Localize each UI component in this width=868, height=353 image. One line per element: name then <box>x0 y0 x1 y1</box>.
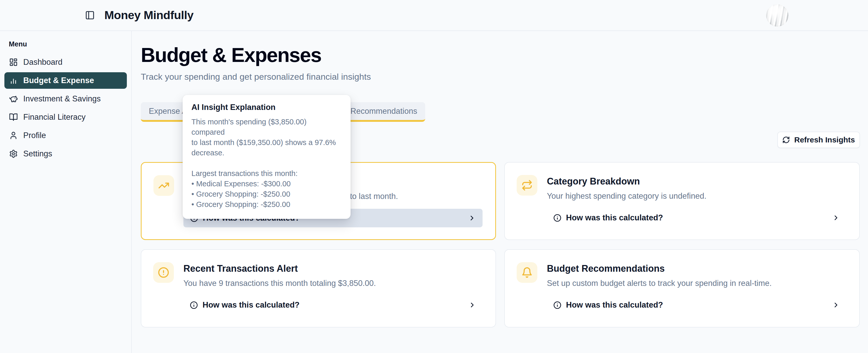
sidebar-item-budget-expense[interactable]: Budget & Expense <box>4 72 127 89</box>
sidebar-toggle-button[interactable] <box>84 9 96 21</box>
trending-up-icon <box>153 175 174 196</box>
repeat-icon <box>517 175 537 196</box>
sidebar: Menu Dashboard Budget & Expense Investme… <box>0 31 132 353</box>
sidebar-item-label: Budget & Expense <box>23 76 94 85</box>
how-calculated-button[interactable]: How was this calculated? <box>547 209 846 227</box>
chevron-right-icon <box>468 214 476 222</box>
gear-icon <box>9 149 18 158</box>
sidebar-item-label: Dashboard <box>23 58 63 67</box>
refresh-insights-button[interactable]: Refresh Insights <box>777 132 860 148</box>
popover-paragraph: Largest transactions this month: • Medic… <box>191 168 342 210</box>
popover-title: AI Insight Explanation <box>191 103 342 112</box>
sidebar-item-label: Settings <box>23 149 52 158</box>
piggy-bank-icon <box>9 94 18 103</box>
info-icon <box>553 301 561 309</box>
how-calculated-button[interactable]: How was this calculated? <box>183 296 483 314</box>
info-icon <box>553 214 561 222</box>
card-title: Budget Recommendations <box>547 263 665 274</box>
refresh-icon <box>782 136 790 144</box>
card-category-breakdown: Category Breakdown Your highest spending… <box>504 162 860 240</box>
app-title: Money Mindfully <box>104 8 193 22</box>
sidebar-item-label: Profile <box>23 131 46 140</box>
how-calculated-button[interactable]: How was this calculated? <box>547 296 846 314</box>
bar-chart-icon <box>9 76 18 85</box>
avatar[interactable] <box>766 4 788 27</box>
card-subtitle: Your highest spending category is undefi… <box>547 191 707 201</box>
card-subtitle: You have 9 transactions this month total… <box>183 279 376 288</box>
user-icon <box>9 131 18 140</box>
card-title: Category Breakdown <box>547 176 640 187</box>
chevron-right-icon <box>832 214 840 222</box>
sidebar-item-settings[interactable]: Settings <box>4 145 127 162</box>
dashboard-icon <box>9 58 18 67</box>
how-calculated-label: How was this calculated? <box>566 213 663 222</box>
sidebar-item-dashboard[interactable]: Dashboard <box>4 54 127 70</box>
page-subtitle: Track your spending and get personalized… <box>141 72 371 82</box>
sidebar-item-label: Investment & Savings <box>23 94 101 103</box>
refresh-insights-label: Refresh Insights <box>794 136 855 144</box>
chevron-right-icon <box>468 301 476 309</box>
how-calculated-label: How was this calculated? <box>203 301 300 310</box>
popover-paragraph: This month's spending ($3,850.00) compar… <box>191 117 342 158</box>
book-open-icon <box>9 112 18 122</box>
card-title: Recent Transactions Alert <box>183 263 298 274</box>
sidebar-item-financial-literacy[interactable]: Financial Literacy <box>4 109 127 126</box>
card-recent-transactions-alert: Recent Transactions Alert You have 9 tra… <box>141 249 496 327</box>
chevron-right-icon <box>832 301 840 309</box>
sidebar-item-label: Financial Literacy <box>23 112 86 122</box>
sidebar-nav: Dashboard Budget & Expense Investment & … <box>0 54 131 162</box>
panel-left-icon <box>85 10 95 20</box>
sidebar-item-profile[interactable]: Profile <box>4 127 127 144</box>
bell-icon <box>517 262 537 283</box>
card-budget-recommendations: Budget Recommendations Set up custom bud… <box>504 249 860 327</box>
menu-label: Menu <box>9 40 131 48</box>
how-calculated-label: How was this calculated? <box>566 301 663 310</box>
alert-circle-icon <box>153 262 174 283</box>
card-subtitle: Set up custom budget alerts to track you… <box>547 279 772 288</box>
info-icon <box>190 301 198 309</box>
sidebar-item-investment-savings[interactable]: Investment & Savings <box>4 91 127 107</box>
ai-insight-popover: AI Insight Explanation This month's spen… <box>183 95 350 219</box>
app-header: Money Mindfully <box>0 0 868 31</box>
page-title: Budget & Expenses <box>141 43 321 67</box>
